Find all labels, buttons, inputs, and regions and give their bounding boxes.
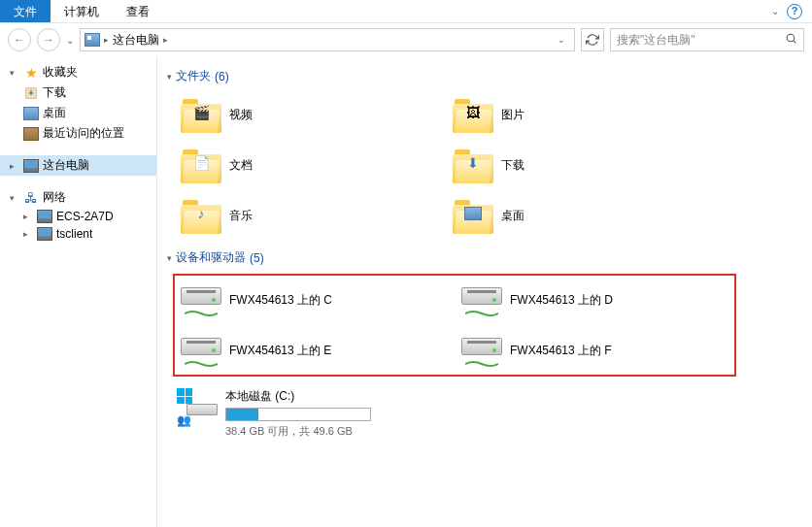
ribbon-expand-icon[interactable]: ⌄ xyxy=(771,6,779,16)
folder-downloads[interactable]: ⬇ 下载 xyxy=(449,143,711,187)
computer-icon xyxy=(37,227,52,241)
local-disk-icon: 👥 xyxy=(177,388,218,427)
network-drive-e[interactable]: FWX454613 上的 E xyxy=(179,332,450,369)
collapse-icon[interactable]: ▾ xyxy=(10,68,19,78)
folder-label: 文档 xyxy=(229,157,253,174)
download-icon xyxy=(23,85,39,101)
folder-icon: ⬇ xyxy=(453,147,493,183)
sidebar-label: tsclient xyxy=(56,227,92,241)
drive-label: FWX454613 上的 E xyxy=(229,343,331,359)
drive-label: FWX454613 上的 F xyxy=(510,343,612,359)
recent-icon xyxy=(23,127,39,141)
local-disk-name: 本地磁盘 (C:) xyxy=(225,388,449,405)
group-folders[interactable]: ▾ 文件夹 (6) xyxy=(167,68,802,84)
tab-computer[interactable]: 计算机 xyxy=(51,0,113,22)
folder-label: 桌面 xyxy=(501,208,524,224)
nav-history-icon[interactable]: ⌄ xyxy=(66,35,74,46)
computer-icon xyxy=(85,33,100,47)
sidebar-thispc[interactable]: ▸ 这台电脑 xyxy=(0,155,156,176)
folder-label: 下载 xyxy=(501,157,524,174)
highlighted-drives: FWX454613 上的 C FWX454613 上的 D FWX454613 … xyxy=(173,274,736,377)
drive-icon xyxy=(181,334,221,367)
nav-forward-button[interactable]: → xyxy=(37,28,60,51)
star-icon: ★ xyxy=(23,65,39,81)
drive-label: FWX454613 上的 C xyxy=(229,292,332,309)
drive-icon xyxy=(181,283,221,316)
folder-music[interactable]: ♪ 音乐 xyxy=(177,193,439,238)
folder-icon: 📄 xyxy=(181,147,221,183)
chevron-right-icon[interactable]: ▸ xyxy=(104,35,109,45)
svg-line-1 xyxy=(794,41,795,43)
sidebar-label: 最近访问的位置 xyxy=(43,125,124,142)
group-label: 文件夹 xyxy=(176,68,211,84)
folder-icon: 🎬 xyxy=(181,96,221,133)
folder-icon: 🖼 xyxy=(453,96,493,133)
folder-icon: ♪ xyxy=(181,197,221,234)
collapse-icon[interactable]: ▾ xyxy=(10,193,19,203)
group-count: (6) xyxy=(215,70,229,83)
breadcrumb-location[interactable]: 这台电脑 xyxy=(113,32,159,49)
local-disk-c[interactable]: 👥 本地磁盘 (C:) 38.4 GB 可用，共 49.6 GB xyxy=(167,384,458,443)
drive-icon xyxy=(461,334,502,367)
sidebar-label: 下载 xyxy=(43,84,66,101)
sidebar: ▾ ★ 收藏夹 下载 桌面 最近访问的位置 ▸ 这台电脑 ▾ 🖧 网络 xyxy=(0,56,157,527)
folder-label: 视频 xyxy=(229,107,253,123)
tab-file[interactable]: 文件 xyxy=(0,0,51,22)
sidebar-favorites[interactable]: ▾ ★ 收藏夹 xyxy=(0,62,156,82)
computer-icon xyxy=(37,210,52,223)
desktop-icon xyxy=(23,107,39,120)
folder-desktop[interactable]: 桌面 xyxy=(449,193,711,238)
help-icon[interactable]: ? xyxy=(787,4,802,19)
search-placeholder: 搜索"这台电脑" xyxy=(617,32,695,49)
sidebar-desktop[interactable]: 桌面 xyxy=(0,103,156,123)
folder-video[interactable]: 🎬 视频 xyxy=(177,92,439,137)
sidebar-label: 这台电脑 xyxy=(43,157,89,174)
computer-icon xyxy=(23,159,39,173)
ribbon-tabs: 文件 计算机 查看 ⌄ ? xyxy=(0,0,812,23)
breadcrumb[interactable]: ▸ 这台电脑 ▸ ⌄ xyxy=(80,28,575,51)
folder-label: 音乐 xyxy=(229,208,253,224)
refresh-button[interactable] xyxy=(581,28,604,51)
svg-point-0 xyxy=(787,34,795,42)
search-input[interactable]: 搜索"这台电脑" xyxy=(610,28,804,51)
navbar: ← → ⌄ ▸ 这台电脑 ▸ ⌄ 搜索"这台电脑" xyxy=(0,23,812,56)
expand-icon[interactable]: ▸ xyxy=(23,229,33,239)
sidebar-label: ECS-2A7D xyxy=(56,210,114,223)
disk-usage-bar xyxy=(225,408,371,421)
sidebar-network[interactable]: ▾ 🖧 网络 xyxy=(0,187,156,208)
sidebar-netnode[interactable]: ▸ tsclient xyxy=(0,225,156,243)
folder-pictures[interactable]: 🖼 图片 xyxy=(449,92,711,137)
network-drive-d[interactable]: FWX454613 上的 D xyxy=(459,281,730,318)
group-count: (5) xyxy=(250,251,264,265)
nav-back-button[interactable]: ← xyxy=(8,28,31,51)
disk-usage-text: 38.4 GB 可用，共 49.6 GB xyxy=(225,424,449,439)
breadcrumb-dropdown-icon[interactable]: ⌄ xyxy=(553,31,570,49)
folder-icon xyxy=(453,197,493,234)
sidebar-label: 收藏夹 xyxy=(43,64,78,81)
folder-documents[interactable]: 📄 文档 xyxy=(177,143,439,187)
folder-label: 图片 xyxy=(501,107,524,123)
tab-view[interactable]: 查看 xyxy=(113,0,163,22)
network-drive-c[interactable]: FWX454613 上的 C xyxy=(179,281,450,318)
sidebar-netnode[interactable]: ▸ ECS-2A7D xyxy=(0,208,156,225)
sidebar-label: 桌面 xyxy=(43,105,66,121)
chevron-right-icon[interactable]: ▸ xyxy=(163,35,168,45)
collapse-icon: ▾ xyxy=(167,72,172,82)
sidebar-recent[interactable]: 最近访问的位置 xyxy=(0,123,156,144)
network-drive-f[interactable]: FWX454613 上的 F xyxy=(459,332,730,369)
group-devices[interactable]: ▾ 设备和驱动器 (5) xyxy=(167,249,802,266)
collapse-icon: ▾ xyxy=(167,253,172,263)
sidebar-downloads[interactable]: 下载 xyxy=(0,82,156,103)
drive-icon xyxy=(461,283,502,316)
sidebar-label: 网络 xyxy=(43,189,66,206)
expand-icon[interactable]: ▸ xyxy=(10,161,19,171)
network-icon: 🖧 xyxy=(23,190,39,206)
group-label: 设备和驱动器 xyxy=(176,249,246,266)
search-icon xyxy=(785,32,797,48)
content-area: ▾ 文件夹 (6) 🎬 视频 🖼 图片 📄 文档 ⬇ 下载 ♪ xyxy=(157,56,812,527)
expand-icon[interactable]: ▸ xyxy=(23,212,33,221)
drive-label: FWX454613 上的 D xyxy=(510,292,613,309)
